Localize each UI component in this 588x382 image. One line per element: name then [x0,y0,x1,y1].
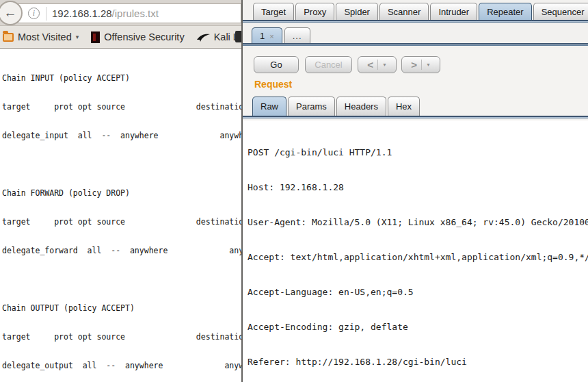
url-path: /iprules.txt [112,8,159,19]
tab-params[interactable]: Params [288,97,335,116]
burp-main-tabs: Target Proxy Spider Scanner Intruder Rep… [253,3,588,20]
previous-request-button[interactable]: < ▼ [358,56,397,73]
request-section-title: Request [254,79,292,90]
screen: i 192.168.1.28/iprules.txt ← Most Visite… [0,0,588,382]
request-line: Host: 192.168.1.28 [243,181,588,193]
text-line: Chain INPUT (policy ACCEPT) [2,73,241,83]
request-line: Accept: text/html,application/xhtml+xml,… [243,251,588,263]
request-editor[interactable]: POST /cgi-bin/luci HTTP/1.1 Host: 192.16… [243,120,588,382]
tab-raw[interactable]: Raw [252,97,286,116]
text-line: delegate_input all -- anywhere anywhere [2,131,241,140]
back-arrow-icon: ← [4,5,17,21]
tab-bar-divider [243,20,588,23]
iprules-page: Chain INPUT (policy ACCEPT) target prot … [0,49,241,382]
view-tab-divider [243,116,588,118]
offensive-security-icon [91,31,100,43]
request-line: POST /cgi-bin/luci HTTP/1.1 [243,147,588,158]
burp-suite-window: Target Proxy Spider Scanner Intruder Rep… [241,0,588,382]
url-separator [46,7,46,21]
tab-sequencer[interactable]: Sequencer [533,3,588,20]
tab-target[interactable]: Target [253,3,294,20]
browser-nav-toolbar: i 192.168.1.28/iprules.txt ← [0,0,241,26]
request-line: Accept-Encoding: gzip, deflate [243,321,588,333]
text-line [2,275,241,284]
repeater-tab-more[interactable]: ... [284,27,310,44]
chevron-down-icon[interactable]: ▼ [426,62,431,67]
cancel-button[interactable]: Cancel [305,56,352,73]
firefox-window: i 192.168.1.28/iprules.txt ← Most Visite… [0,0,241,382]
kali-linux-icon [197,31,211,42]
tab-headers[interactable]: Headers [336,97,386,116]
url-text[interactable]: 192.168.1.28/iprules.txt [52,8,159,19]
request-line: User-Agent: Mozilla/5.0 (X11; Linux x86_… [243,216,588,228]
repeater-tab-1-label: 1 [260,31,265,41]
text-line: Chain FORWARD (policy DROP) [2,188,241,198]
text-line: delegate_output all -- anywhere anywhere [2,361,241,370]
text-line: target prot opt source destination [2,102,241,112]
chevron-down-icon[interactable]: ▾ [76,34,79,40]
go-button[interactable]: Go [254,56,299,73]
tab-bar-divider-2 [243,43,588,46]
request-line: Referer: http://192.168.1.28/cgi-bin/luc… [243,356,588,368]
left-arrow-icon: < [367,59,373,71]
tab-intruder[interactable]: Intruder [430,3,477,20]
tab-hex[interactable]: Hex [388,97,420,116]
bookmark-most-visited[interactable]: Most Visited [18,31,72,42]
next-request-button[interactable]: > ▼ [401,56,440,73]
url-bar[interactable]: i 192.168.1.28/iprules.txt [16,3,241,23]
text-line: Chain OUTPUT (policy ACCEPT) [2,303,241,313]
text-line: target prot opt source destination [2,217,241,227]
text-line [2,160,241,169]
bookmarks-toolbar: Most Visited ▾ Offensive Security Kali L… [0,26,241,49]
repeater-tab-1[interactable]: 1 × [252,27,282,44]
text-line: delegate_forward all -- anywhere anywher… [2,246,241,255]
tab-scanner[interactable]: Scanner [379,3,429,20]
tab-spider[interactable]: Spider [336,3,378,20]
close-icon[interactable]: × [269,32,273,40]
bookmark-offensive-security[interactable]: Offensive Security [104,31,184,42]
repeater-panel: Go Cancel < ▼ > ▼ Request Raw Params Hea… [243,48,588,382]
request-line: Accept-Language: en-US,en;q=0.5 [243,286,588,298]
iptables-output-text: Chain INPUT (policy ACCEPT) target prot … [2,54,241,382]
chevron-down-icon[interactable]: ▼ [382,62,387,67]
more-tabs-label: ... [293,31,302,41]
site-info-icon[interactable]: i [28,8,40,19]
right-arrow-icon: > [411,59,417,71]
request-view-tabs: Raw Params Headers Hex [252,97,420,116]
button-divider [377,60,378,70]
tab-proxy[interactable]: Proxy [295,3,334,20]
repeater-request-tabs: 1 × ... [252,27,310,44]
button-divider [421,60,422,70]
partial-bookmark-icon[interactable] [235,31,241,42]
url-host: 192.168.1.28 [52,8,112,19]
tab-repeater[interactable]: Repeater [479,3,531,20]
text-line: target prot opt source destination [2,332,241,342]
most-visited-folder-icon [3,33,14,42]
